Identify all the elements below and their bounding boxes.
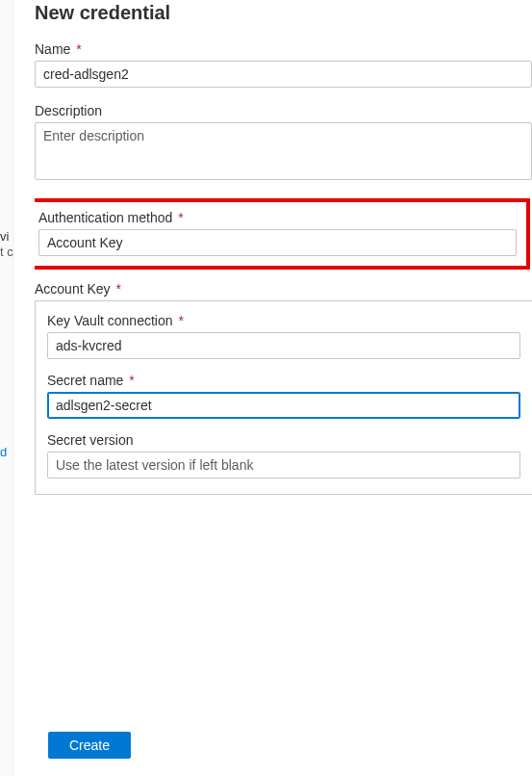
label-text: Authentication method <box>38 210 172 225</box>
account-key-subpanel: Key Vault connection * Secret name * Sec… <box>35 300 532 495</box>
secret-name-label: Secret name * <box>47 373 520 388</box>
create-button[interactable]: Create <box>48 732 131 759</box>
panel-footer: Create <box>48 732 131 759</box>
background-panel-fragment: vi t c d <box>0 0 13 776</box>
auth-method-highlight: Authentication method * <box>35 198 530 270</box>
secret-version-input[interactable] <box>47 452 520 479</box>
name-input[interactable] <box>35 61 532 88</box>
kv-connection-field: Key Vault connection * <box>47 313 520 359</box>
auth-method-select[interactable] <box>38 229 517 256</box>
secret-name-input[interactable] <box>47 392 520 419</box>
description-field: Description <box>35 103 532 183</box>
bg-text-fragment: vi <box>0 229 9 244</box>
label-text: Name <box>35 41 70 57</box>
name-label: Name * <box>35 41 532 57</box>
required-mark: * <box>129 373 134 388</box>
bg-link-fragment: d <box>0 445 7 459</box>
description-input[interactable] <box>35 122 532 180</box>
kv-connection-select[interactable] <box>47 332 520 359</box>
panel-title: New credential <box>35 2 532 24</box>
secret-version-label: Secret version <box>47 432 520 448</box>
name-field: Name * <box>35 41 532 88</box>
required-mark: * <box>116 281 121 297</box>
auth-method-field: Authentication method * <box>38 210 517 256</box>
new-credential-panel: New credential Name * Description Authen… <box>13 0 532 776</box>
description-label: Description <box>35 103 532 118</box>
label-text: Key Vault connection <box>47 313 173 328</box>
kv-connection-label: Key Vault connection * <box>47 313 520 328</box>
auth-method-label: Authentication method * <box>38 210 517 225</box>
label-text: Description <box>35 103 102 118</box>
secret-name-field: Secret name * <box>47 373 520 419</box>
required-mark: * <box>178 313 183 328</box>
account-key-section-header: Account Key * <box>35 281 532 297</box>
required-mark: * <box>178 210 183 225</box>
label-text: Secret name <box>47 373 123 388</box>
credential-form: Name * Description Authentication method… <box>35 41 532 718</box>
account-key-title: Account Key <box>35 281 111 297</box>
bg-text-fragment: t c <box>0 245 13 259</box>
secret-version-field: Secret version <box>47 432 520 479</box>
label-text: Secret version <box>47 432 133 448</box>
required-mark: * <box>76 41 81 57</box>
